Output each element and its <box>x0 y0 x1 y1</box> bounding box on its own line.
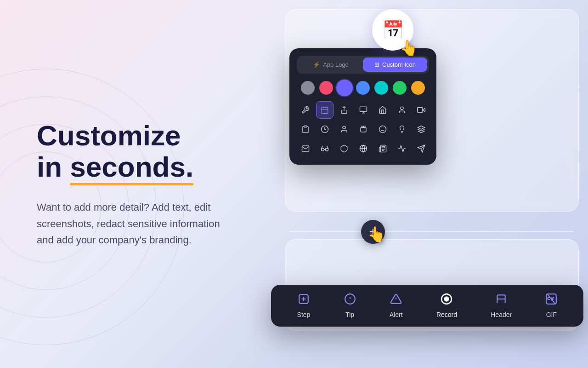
subtext: Want to add more detail? Add text, edit … <box>37 199 220 248</box>
toolbar-header-label: Header <box>491 311 512 318</box>
alert-icon <box>390 293 402 308</box>
icon-glasses[interactable] <box>316 140 334 157</box>
icon-chart[interactable] <box>393 140 411 157</box>
toolbar-alert-label: Alert <box>390 311 403 318</box>
svg-point-17 <box>343 126 345 129</box>
icon-emoji[interactable] <box>374 121 391 138</box>
svg-point-12 <box>401 107 403 109</box>
color-green[interactable] <box>393 81 407 95</box>
svg-point-26 <box>326 148 328 151</box>
picker-tabs: ⚡ App Logo ⊞ Custom Icon <box>297 56 429 74</box>
app-logo-icon: ⚡ <box>313 61 320 68</box>
left-panel: Customize in seconds. Want to add more d… <box>0 92 248 276</box>
icon-clock[interactable] <box>316 121 334 138</box>
icon-timer[interactable] <box>355 121 372 138</box>
icon-home[interactable] <box>374 101 391 119</box>
toolbar-item-gif[interactable]: GIF <box>540 291 563 320</box>
icon-monitor[interactable] <box>355 101 372 119</box>
color-purple[interactable] <box>338 81 351 95</box>
toolbar-item-step[interactable]: Step <box>292 291 316 320</box>
floating-calendar-icon: 📅 <box>372 9 413 51</box>
svg-point-19 <box>379 126 386 133</box>
toolbar: Step Tip Alert Record <box>271 285 583 327</box>
headline-line1: Customize <box>37 120 181 151</box>
headline-underline-word: seconds. <box>70 151 193 183</box>
icon-picker-panel: ⚡ App Logo ⊞ Custom Icon <box>289 48 436 165</box>
svg-rect-9 <box>360 107 367 112</box>
right-panel: 📅 👆 ⚡ App Logo ⊞ Custom Icon <box>248 0 588 368</box>
toolbar-tip-label: Tip <box>345 311 354 318</box>
toolbar-item-record[interactable]: Record <box>431 291 463 320</box>
gif-icon <box>545 293 557 308</box>
color-selector-row <box>297 81 429 95</box>
svg-rect-15 <box>304 126 307 127</box>
color-blue[interactable] <box>356 81 370 95</box>
icon-newspaper[interactable] <box>374 140 391 157</box>
custom-icon-icon: ⊞ <box>374 61 379 68</box>
icon-user[interactable] <box>393 101 411 119</box>
icon-video[interactable] <box>413 101 430 119</box>
svg-rect-18 <box>361 127 366 132</box>
icon-wrench[interactable] <box>297 101 314 119</box>
svg-rect-14 <box>418 108 423 113</box>
svg-marker-13 <box>423 108 425 112</box>
color-orange[interactable] <box>411 81 425 95</box>
tip-icon <box>344 293 356 308</box>
tab-custom-icon[interactable]: ⊞ Custom Icon <box>363 58 427 72</box>
toolbar-item-header[interactable]: Header <box>485 291 517 320</box>
icon-bulb[interactable] <box>393 121 411 138</box>
toolbar-item-alert[interactable]: Alert <box>384 291 408 320</box>
icon-share[interactable] <box>335 101 353 119</box>
tab-app-logo[interactable]: ⚡ App Logo <box>299 58 363 72</box>
svg-point-40 <box>445 297 449 301</box>
tab-app-logo-label: App Logo <box>323 61 349 68</box>
toolbar-step-label: Step <box>297 311 311 318</box>
headline-line2: in <box>37 151 62 183</box>
headline: Customize in seconds. <box>37 120 220 183</box>
color-teal[interactable] <box>374 81 388 95</box>
icon-calendar[interactable] <box>316 101 334 119</box>
icon-plane[interactable] <box>335 140 353 157</box>
svg-marker-24 <box>418 126 425 130</box>
divider-line <box>289 231 574 232</box>
tab-custom-icon-label: Custom Icon <box>382 61 416 68</box>
header-icon <box>495 293 507 308</box>
icon-contact[interactable] <box>335 121 353 138</box>
toolbar-record-label: Record <box>436 311 457 318</box>
icon-mail[interactable] <box>297 140 314 157</box>
color-pink[interactable] <box>319 81 333 95</box>
svg-point-25 <box>322 148 324 151</box>
icon-layers[interactable] <box>413 121 430 138</box>
record-icon <box>441 293 452 308</box>
icon-globe[interactable] <box>355 140 372 157</box>
toolbar-gif-label: GIF <box>546 311 557 318</box>
add-block-button[interactable]: + <box>361 220 385 244</box>
icon-send[interactable] <box>413 140 430 157</box>
color-gray[interactable] <box>301 81 315 95</box>
step-icon <box>298 293 310 308</box>
icon-grid <box>297 101 429 157</box>
toolbar-item-tip[interactable]: Tip <box>339 291 362 320</box>
icon-clipboard[interactable] <box>297 121 314 138</box>
svg-rect-4 <box>322 107 328 114</box>
